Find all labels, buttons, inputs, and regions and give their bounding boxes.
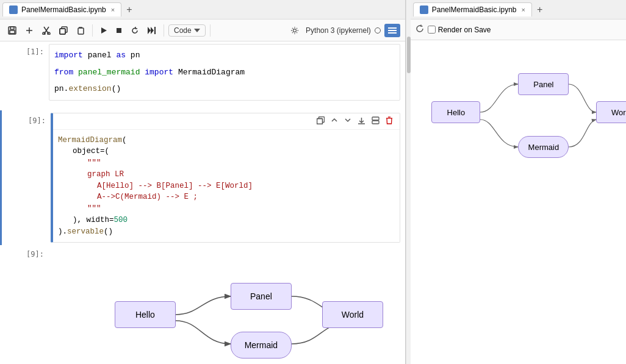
svg-rect-27 [372,117,379,120]
svg-marker-16 [151,27,154,34]
format-button[interactable] [384,24,400,37]
run-button[interactable] [97,25,110,36]
toolbar-separator-1 [92,24,93,37]
notebook-tab[interactable]: PanelMermaidBasic.ipynb × [2,2,121,16]
left-notebook-panel: PanelMermaidBasic.ipynb × + [0,0,406,364]
scroll-thumb[interactable] [407,37,411,73]
keyword-as: as [116,51,126,60]
cell-gap-1 [0,103,405,110]
toolbar-separator-3 [210,24,210,37]
render-on-save-checkbox[interactable] [428,26,436,34]
settings-button[interactable] [287,24,302,37]
keyword-from: from [54,68,73,77]
restart-button[interactable] [128,24,142,37]
delete-cell-btn[interactable] [384,116,395,127]
node-hello-output: Hello [115,301,176,328]
svg-rect-17 [154,27,156,34]
node-hello-label-preview: Hello [447,108,466,117]
cell-2-number: [9]: [2,110,51,246]
preview-tab-bar: PanelMermaidBasic.ipynb × + [411,0,626,20]
svg-marker-15 [148,27,151,34]
cell-2-content[interactable]: MermaidDiagram( object=( """ graph LR A[… [51,113,400,243]
preview-tab-icon [420,5,428,14]
svg-rect-2 [10,30,15,34]
preview-new-tab-btn[interactable]: + [534,4,545,15]
paste-button[interactable] [73,24,88,37]
svg-marker-13 [101,27,107,34]
download-btn[interactable] [356,116,367,127]
code-line-7: """ [58,203,395,215]
scroll-bar[interactable] [406,0,411,364]
node-mermaid-preview: Mermaid [518,136,569,158]
fast-forward-button[interactable] [145,25,159,36]
notebook-tab-label: PanelMermaidBasic.ipynb [21,5,106,14]
node-world-label-output: World [342,310,364,319]
cut-button[interactable] [39,24,54,37]
copy-button[interactable] [56,24,71,37]
notebook-content: [1]: import panel as pn from panel_merma… [0,41,405,364]
code-line-2: object=( [58,146,395,157]
cell-1: [1]: import panel as pn from panel_merma… [0,41,405,103]
code-line-1: MermaidDiagram( [58,135,395,146]
save-button[interactable] [5,24,20,37]
node-hello-label-output: Hello [135,310,155,319]
blank-line-2 [54,78,395,83]
render-on-save-label: Render on Save [438,26,491,34]
preview-notebook-tab[interactable]: PanelMermaidBasic.ipynb × [413,2,532,16]
cell-1-content[interactable]: import panel as pn from panel_mermaid im… [49,44,400,101]
node-world-label-preview: World [611,108,626,117]
svg-rect-12 [78,28,84,34]
svg-rect-22 [388,32,397,34]
cell-1-input[interactable]: import panel as pn from panel_mermaid im… [49,45,400,100]
node-mermaid-output: Mermaid [231,332,292,359]
keyword-import-2: import [145,68,173,77]
code-line-3: """ [58,157,395,169]
cell-2-input[interactable]: MermaidDiagram( object=( """ graph LR A[… [53,130,400,243]
cell-1-line-1: import panel as pn [54,49,395,62]
add-cell-button[interactable] [22,24,37,37]
kernel-status-circle [375,27,381,34]
blank-line-1 [54,62,395,66]
preview-toolbar: Render on Save [411,20,626,40]
code-line-5: A[Hello] --> B[Panel] --> E[World] [58,180,395,192]
tab-close-btn[interactable]: × [111,6,115,13]
right-preview-panel: PanelMermaidBasic.ipynb × + Render on Sa… [411,0,626,364]
svg-rect-14 [117,28,121,33]
copy-cell-btn[interactable] [315,116,326,127]
stop-button[interactable] [113,26,125,35]
module-name: panel_mermaid [78,68,145,77]
svg-rect-10 [60,29,65,34]
merge-btn[interactable] [370,116,381,127]
node-hello-preview: Hello [431,101,480,123]
new-tab-button[interactable]: + [124,4,134,15]
render-on-save-checkbox-label[interactable]: Render on Save [428,26,491,34]
kernel-type-selector[interactable]: Code [168,24,206,37]
move-up-btn[interactable] [329,116,340,127]
mermaid-output: Hello Panel World Mermaid [49,250,400,364]
move-down-btn[interactable] [342,116,353,127]
node-world-output: World [322,301,383,328]
code-line-8: ), width=500 [58,215,395,226]
notebook-tab-icon [9,5,18,14]
node-world-preview: World [596,101,626,123]
svg-rect-24 [317,118,322,124]
preview-tab-close[interactable]: × [522,6,525,13]
left-tab-bar: PanelMermaidBasic.ipynb × + [0,0,405,20]
node-panel-preview: Panel [518,73,569,95]
output-number: [9]: [0,245,49,364]
code-line-6: A-->C(Mermaid) --> E ; [58,191,395,203]
refresh-button[interactable] [416,24,424,35]
node-mermaid-label-output: Mermaid [245,340,278,350]
node-panel-output: Panel [231,283,292,310]
cell-1-line-3: pn.extension() [54,83,395,95]
svg-rect-1 [10,27,14,29]
svg-point-19 [293,29,297,32]
svg-rect-28 [372,121,379,124]
output-diagram: Hello Panel World Mermaid [81,260,380,363]
code-line-9: ).servable() [58,226,395,238]
svg-rect-21 [388,30,397,31]
kernel-name: Python 3 (ipykernel) [306,26,371,35]
preview-diagram: Hello Panel World Mermaid [423,52,613,174]
preview-tab-label: PanelMermaidBasic.ipynb [432,5,517,14]
kernel-info: Python 3 (ipykernel) [287,24,400,37]
